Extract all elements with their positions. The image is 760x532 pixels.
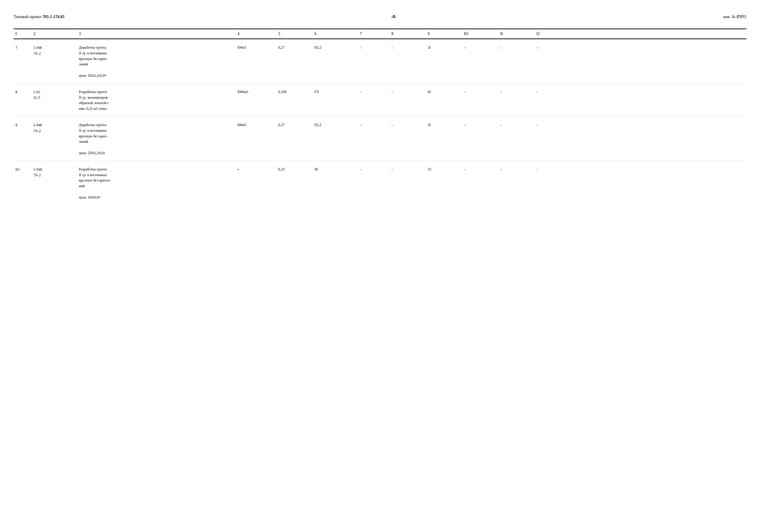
row-2-col-11: – [535,122,571,128]
row-1-col-3: I000м3 [236,89,276,95]
col-header-col8: 8 [390,31,426,36]
col-header-col9: 9 [426,31,462,36]
page-header: Типовой проект 705-1-174.85 -8- инв. № 8… [14,9,746,22]
row-3-col-2: Разработка грунта II гр. в котлованах вр… [77,167,236,200]
row-1-col-7: – [390,89,426,95]
col-header-col3: 3 [77,31,236,36]
table-row: 8I–65 I2–5Разработка грунта II гр. экска… [14,83,746,116]
row-1-col-2: Разработка грунта II гр. экскаватором об… [77,89,236,111]
col-header-col11: II [499,31,535,36]
row-0-col-2: Доработка грунта II гр. в котлованах вру… [77,45,236,78]
row-3-col-0: IO [14,167,32,172]
row-1-col-6: – [358,89,390,95]
row-0-col-5: II5,2 [312,45,358,50]
row-1-col-1: I–65 I2–5 [32,89,77,101]
row-0-col-3: I00м3 [236,45,276,50]
col-header-col12: I2 [535,31,571,36]
table-body: 7I–948 79–2Доработка грунта II гр. в кот… [14,39,746,205]
row-3-col-6: – [358,167,390,172]
row-0-col-9: – [462,45,499,50]
row-0-col-0: 7 [14,45,32,51]
row-3-col-8: 32 [426,167,462,172]
row-0-col-10: – [499,45,535,50]
project-number: 705-1-174.85 [42,15,65,19]
column-headers: I23456789IOIII2 [14,28,746,39]
row-1-col-5: I7I [312,89,358,95]
row-1-col-10: – [499,89,535,95]
row-0-col-6: – [358,45,390,50]
row-1-col-8: 6I [426,89,462,95]
header-center: -8- [391,14,397,19]
col-header-col10: IO [462,31,499,36]
row-1-col-9: – [462,89,499,95]
inv-label: инв. № [723,15,736,19]
row-2-col-10: – [499,122,535,128]
table-row: IOI–948 79–2Разработка грунта II гр. в к… [14,161,746,205]
row-2-col-5: II5,2 [312,122,358,128]
row-3-col-9: – [462,167,499,172]
row-0-col-4: 0,27 [276,45,312,50]
row-1-col-0: 8 [14,89,32,95]
col-header-col4: 4 [236,31,276,36]
table-row: 9I–948 79–2Доработка грунта II гр. в кот… [14,116,746,161]
row-2-col-4: 0,27 [276,122,312,128]
row-3-col-7: – [390,167,426,172]
row-2-col-8: 3I [426,122,462,128]
row-3-col-5: 96 [312,167,358,172]
row-1-col-4: 0,358 [276,89,312,95]
main-table: I23456789IOIII2 7I–948 79–2Доработка гру… [14,28,746,205]
header-left-label: Типовой проект [14,15,41,19]
row-3-col-1: I–948 79–2 [32,167,77,178]
row-2-col-0: 9 [14,122,32,128]
row-2-col-6: – [358,122,390,128]
col-header-col6: 6 [312,31,358,36]
header-right: инв. № 8991 [723,14,746,20]
col-header-col5: 5 [276,31,312,36]
row-2-col-2: Доработка грунта II гр. в котлованах вру… [77,122,236,156]
row-2-col-1: I–948 79–2 [32,122,77,134]
col-header-col7: 7 [358,31,390,36]
col-header-col1: I [14,31,32,36]
row-3-col-3: » [236,167,276,172]
row-3-col-4: 0,33 [276,167,312,172]
row-2-col-9: – [462,122,499,128]
row-2-col-3: I00м3 [236,122,276,128]
row-0-col-8: 3I [426,45,462,50]
col-header-col2: 2 [32,31,77,36]
row-2-col-7: – [390,122,426,128]
row-1-col-11: – [535,89,571,95]
row-3-col-10: – [499,167,535,172]
row-0-col-11: – [535,45,571,50]
table-row: 7I–948 79–2Доработка грунта II гр. в кот… [14,39,746,83]
header-left: Типовой проект 705-1-174.85 [14,15,65,19]
row-0-col-7: – [390,45,426,50]
row-3-col-11: – [535,167,571,172]
row-0-col-1: I–948 79–2 [32,45,77,56]
inv-number: 8991 [736,14,746,19]
